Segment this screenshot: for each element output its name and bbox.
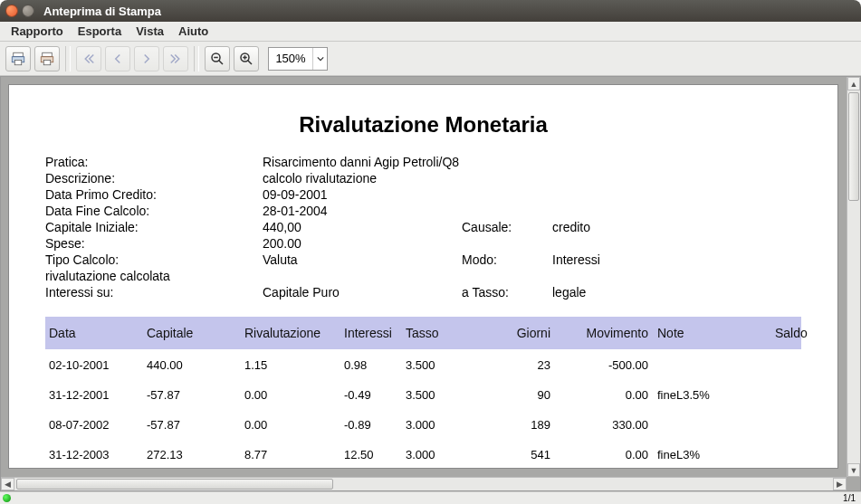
zoom-select[interactable] bbox=[268, 47, 328, 71]
toolbar-separator bbox=[65, 46, 71, 71]
value-data-primo-credito: 09-09-2001 bbox=[263, 186, 801, 203]
svg-rect-2 bbox=[14, 60, 22, 64]
svg-rect-0 bbox=[14, 52, 24, 57]
status-led-icon bbox=[3, 494, 11, 502]
label-spese: Spese: bbox=[45, 235, 263, 252]
cell-tasso: 3.000 bbox=[406, 448, 471, 461]
preview-page: Rivalutazione Monetaria Pratica: Risarci… bbox=[8, 84, 838, 469]
chevron-left-icon bbox=[110, 51, 126, 67]
preview-area: Rivalutazione Monetaria Pratica: Risarci… bbox=[0, 76, 861, 491]
table-row: 31-12-2003272.138.7712.503.0005410.00fin… bbox=[45, 439, 801, 469]
label-interessi-su: Interessi su: bbox=[45, 284, 263, 300]
printer-icon bbox=[10, 51, 26, 67]
report-title: Rivalutazione Monetaria bbox=[45, 112, 801, 138]
vertical-scrollbar[interactable]: ▲ ▼ bbox=[847, 77, 860, 477]
cell-note: fineL3% bbox=[648, 448, 775, 461]
scroll-up-button[interactable]: ▲ bbox=[847, 77, 860, 90]
label-tipo-calcolo: Tipo Calcolo: bbox=[45, 252, 263, 268]
cell-capitale: -57.87 bbox=[147, 388, 244, 402]
vscroll-thumb[interactable] bbox=[848, 92, 859, 201]
hscroll-track[interactable] bbox=[14, 478, 833, 490]
col-interessi: Interessi bbox=[344, 326, 406, 340]
cell-giorni: 189 bbox=[471, 418, 550, 432]
value-capitale-iniziale: 440,00 bbox=[263, 219, 462, 235]
col-note: Note bbox=[648, 326, 775, 340]
chevron-right-icon bbox=[139, 51, 155, 67]
col-giorni: Giorni bbox=[471, 326, 550, 340]
cell-saldo bbox=[775, 418, 798, 432]
svg-rect-3 bbox=[43, 52, 53, 57]
chevron-down-icon bbox=[317, 55, 324, 62]
value-data-fine-calcolo: 28-01-2004 bbox=[263, 203, 801, 219]
value-pratica: Risarcimento danni Agip Petroli/Q8 bbox=[263, 154, 801, 170]
window-close-button[interactable] bbox=[5, 5, 18, 17]
zoom-out-button[interactable] bbox=[205, 46, 230, 71]
col-capitale: Capitale bbox=[147, 326, 244, 340]
vscroll-track[interactable] bbox=[847, 90, 860, 463]
zoom-in-button[interactable] bbox=[234, 46, 259, 71]
zoom-input[interactable] bbox=[269, 52, 312, 65]
cell-data: 02-10-2001 bbox=[49, 358, 147, 372]
cell-note: fineL3.5% bbox=[648, 388, 775, 402]
window-minimize-button[interactable] bbox=[22, 5, 34, 17]
cell-rivalutazione: 8.77 bbox=[244, 448, 344, 461]
cell-note bbox=[648, 358, 775, 372]
value-interessi-su: Capitale Puro bbox=[263, 284, 462, 300]
label-data-primo-credito: Data Primo Credito: bbox=[45, 186, 263, 203]
value-tipo-calcolo: Valuta bbox=[263, 252, 462, 268]
scroll-right-button[interactable]: ▶ bbox=[833, 478, 847, 490]
statusbar: 1/1 bbox=[0, 491, 861, 504]
cell-interessi: -0.49 bbox=[344, 388, 406, 402]
toolbar bbox=[0, 42, 861, 76]
cell-rivalutazione: 0.00 bbox=[244, 418, 344, 432]
label-causale: Causale: bbox=[462, 219, 552, 235]
menu-aiuto[interactable]: Aiuto bbox=[171, 23, 215, 40]
print-setup-button[interactable] bbox=[34, 46, 60, 71]
cell-tasso: 3.000 bbox=[406, 418, 471, 432]
table-row: 31-12-2001-57.870.00-0.493.500900.00fine… bbox=[45, 379, 801, 409]
menu-esporta[interactable]: Esporta bbox=[71, 23, 129, 40]
col-rivalutazione: Rivalutazione bbox=[244, 326, 344, 340]
table-row: 02-10-2001440.001.150.983.50023-500.00 bbox=[45, 349, 801, 379]
hscroll-thumb[interactable] bbox=[16, 479, 333, 490]
zoom-out-icon bbox=[209, 51, 225, 67]
scroll-down-button[interactable]: ▼ bbox=[847, 463, 860, 477]
cell-movimento: 0.00 bbox=[550, 448, 648, 461]
last-page-button bbox=[163, 46, 188, 71]
menu-rapporto[interactable]: Rapporto bbox=[4, 23, 71, 40]
menu-vista[interactable]: Vista bbox=[129, 23, 171, 40]
svg-line-7 bbox=[219, 60, 224, 64]
scroll-left-button[interactable]: ◀ bbox=[1, 478, 14, 490]
cell-saldo bbox=[775, 358, 798, 372]
report-meta: Pratica: Risarcimento danni Agip Petroli… bbox=[45, 154, 801, 300]
cell-giorni: 541 bbox=[471, 448, 550, 461]
label-descrizione: Descrizione: bbox=[45, 170, 263, 186]
horizontal-scrollbar[interactable]: ◀ ▶ bbox=[1, 477, 847, 490]
cell-movimento: -500.00 bbox=[550, 358, 648, 372]
svg-line-10 bbox=[248, 60, 253, 64]
cell-capitale: -57.87 bbox=[147, 418, 244, 432]
col-saldo: Saldo bbox=[775, 326, 808, 340]
page-indicator: 1/1 bbox=[843, 493, 856, 503]
svg-rect-5 bbox=[43, 60, 51, 64]
value-a-tasso: legale bbox=[552, 284, 801, 300]
zoom-dropdown-button[interactable] bbox=[312, 48, 327, 70]
label-modo: Modo: bbox=[462, 252, 552, 268]
col-movimento: Movimento bbox=[550, 326, 648, 340]
printer-gear-icon bbox=[39, 51, 55, 67]
label-a-tasso: a Tasso: bbox=[462, 284, 552, 300]
cell-movimento: 330.00 bbox=[550, 418, 648, 432]
cell-interessi: 12.50 bbox=[344, 448, 406, 461]
first-page-button bbox=[76, 46, 101, 71]
label-data-fine-calcolo: Data Fine Calcolo: bbox=[45, 203, 263, 219]
value-causale: credito bbox=[552, 219, 801, 235]
label-capitale-iniziale: Capitale Iniziale: bbox=[45, 219, 263, 235]
cell-rivalutazione: 0.00 bbox=[244, 388, 344, 402]
table-header: Data Capitale Rivalutazione Interessi Ta… bbox=[45, 317, 801, 349]
print-button[interactable] bbox=[5, 46, 31, 71]
cell-data: 31-12-2003 bbox=[49, 448, 147, 461]
cell-tasso: 3.500 bbox=[406, 388, 471, 402]
cell-giorni: 23 bbox=[471, 358, 550, 372]
cell-giorni: 90 bbox=[471, 388, 550, 402]
cell-data: 08-07-2002 bbox=[49, 418, 147, 432]
